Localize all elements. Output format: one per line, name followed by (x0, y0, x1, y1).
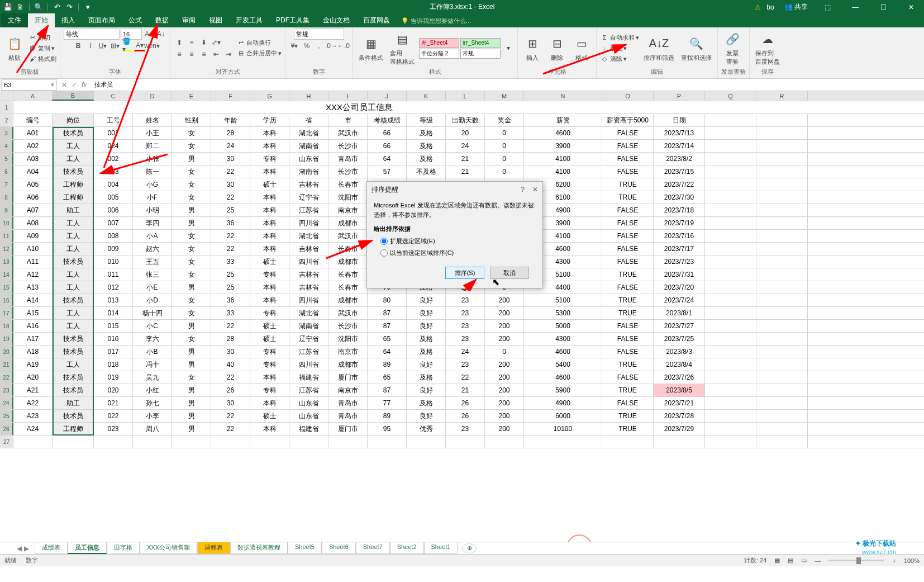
cell[interactable]: 2023/7/27 (654, 320, 705, 332)
cell[interactable]: 南京市 (328, 384, 368, 396)
cell[interactable] (756, 358, 808, 371)
paste-button[interactable]: 📋粘贴 (3, 34, 26, 63)
tell-me[interactable]: 💡 告诉我您想要做什么... (397, 15, 475, 27)
cell[interactable]: 4300 (524, 333, 602, 345)
zoom-in-icon[interactable]: + (892, 557, 896, 564)
cell[interactable]: 福建省 (289, 423, 328, 435)
cell[interactable]: 89 (368, 410, 407, 422)
cell[interactable]: 及格 (407, 153, 446, 165)
cell[interactable]: A07 (13, 204, 53, 216)
fill-color-button[interactable]: 🪣▾ (122, 40, 133, 51)
font-grow-icon[interactable]: A↑ (143, 29, 154, 40)
tab-dev[interactable]: 开发工具 (229, 13, 269, 27)
font-name-select[interactable] (64, 29, 120, 40)
cell[interactable]: 23 (446, 294, 485, 306)
cell[interactable]: 本科 (250, 204, 289, 216)
cell[interactable]: 5400 (524, 358, 602, 371)
cell[interactable] (756, 397, 808, 409)
cell[interactable]: 青岛市 (328, 153, 368, 165)
cell[interactable]: 2023/7/16 (654, 230, 705, 242)
cell[interactable] (524, 436, 602, 448)
col-header-B[interactable]: B (53, 91, 94, 101)
cell[interactable]: 024 (94, 140, 133, 152)
warning-icon[interactable]: ⚠ (755, 3, 761, 11)
cell[interactable]: 工人 (53, 307, 94, 319)
cell[interactable]: 2023/7/25 (654, 333, 705, 345)
cell[interactable]: 019 (94, 371, 133, 384)
cell[interactable]: 女 (172, 307, 211, 319)
cell[interactable]: 本科 (250, 423, 289, 435)
cell[interactable]: 014 (94, 307, 133, 319)
cell[interactable]: 冯十 (133, 358, 172, 371)
row-header[interactable]: 27 (0, 436, 13, 448)
cell[interactable]: 硕士 (250, 255, 289, 268)
cell[interactable]: 沈阳市 (328, 191, 368, 204)
cell[interactable]: 孙七 (133, 397, 172, 409)
cell[interactable]: 奖金 (485, 114, 524, 126)
cell[interactable]: 003 (94, 165, 133, 178)
cell[interactable]: 小D (133, 294, 172, 306)
cell[interactable]: 小C (133, 320, 172, 332)
cell[interactable]: 22 (211, 230, 250, 242)
cell[interactable]: 009 (94, 243, 133, 255)
tab-layout[interactable]: 页面布局 (82, 13, 122, 27)
sheet-tab[interactable]: 课程表 (197, 542, 230, 554)
cell[interactable]: 专科 (250, 346, 289, 358)
cell[interactable]: 2023/7/31 (654, 268, 705, 281)
cell[interactable]: 36 (211, 217, 250, 229)
align-top-icon[interactable]: ⬆ (174, 37, 185, 48)
cell[interactable]: 30 (211, 346, 250, 358)
cell[interactable]: 女 (172, 333, 211, 345)
cell[interactable]: 工程师 (53, 423, 94, 435)
cell[interactable]: 28 (211, 333, 250, 345)
cell[interactable]: TRUE (602, 423, 654, 435)
row-header[interactable]: 14 (0, 268, 13, 281)
cell[interactable]: FALSE (602, 127, 654, 139)
cell[interactable]: 成都市 (328, 217, 368, 229)
cell[interactable]: TRUE (602, 191, 654, 204)
close-icon[interactable]: ✕ (898, 0, 924, 14)
sheet-nav-prev-icon[interactable]: ◀ (17, 545, 22, 552)
cancel-formula-icon[interactable]: ✕ (61, 81, 67, 89)
format-painter-button[interactable]: 🖌格式刷 (28, 54, 56, 64)
cell[interactable]: 2023/7/13 (654, 127, 705, 139)
row-header[interactable]: 23 (0, 384, 13, 396)
cancel-button[interactable]: 取消 (490, 267, 529, 279)
cell[interactable]: A01 (13, 127, 53, 139)
cell[interactable]: 200 (485, 410, 524, 422)
cell[interactable]: A13 (13, 281, 53, 294)
cell[interactable]: TRUE (602, 307, 654, 319)
sheet-tab[interactable]: Sheet5 (288, 542, 322, 554)
cell[interactable]: 小王 (133, 127, 172, 139)
cell[interactable]: 66 (368, 140, 407, 152)
cell[interactable]: TRUE (602, 384, 654, 396)
row-header[interactable]: 26 (0, 423, 13, 435)
cell[interactable]: 江苏省 (289, 204, 328, 216)
cell[interactable]: 25 (211, 204, 250, 216)
cell[interactable] (94, 436, 133, 448)
row-header[interactable]: 16 (0, 294, 13, 306)
italic-button[interactable]: I (85, 40, 96, 51)
cell[interactable]: 22 (211, 320, 250, 332)
cell[interactable]: 女 (172, 165, 211, 178)
user-name[interactable]: bo (763, 3, 777, 11)
cell[interactable]: 4900 (524, 397, 602, 409)
cell[interactable]: 21 (446, 384, 485, 396)
cell[interactable]: 200 (485, 397, 524, 409)
cell[interactable]: 本科 (250, 243, 289, 255)
format-cells-button[interactable]: ▭格式 (570, 34, 593, 63)
cell[interactable]: 及格 (407, 346, 446, 358)
indent-inc-icon[interactable]: ⇥ (223, 49, 234, 60)
cell[interactable]: 小李 (133, 410, 172, 422)
cell[interactable]: 厦门市 (328, 371, 368, 384)
sheet-tab[interactable]: Sheet6 (322, 542, 356, 554)
col-header-H[interactable]: H (289, 91, 328, 101)
cell[interactable]: 0 (485, 346, 524, 358)
cell[interactable]: 25 (211, 281, 250, 294)
view-normal-icon[interactable]: ▦ (774, 557, 780, 564)
cell[interactable]: 021 (94, 397, 133, 409)
styles-more-icon[interactable]: ▾ (503, 42, 514, 54)
row-header[interactable]: 13 (0, 255, 13, 268)
cell[interactable]: 023 (94, 423, 133, 435)
cell[interactable]: 不及格 (407, 165, 446, 178)
